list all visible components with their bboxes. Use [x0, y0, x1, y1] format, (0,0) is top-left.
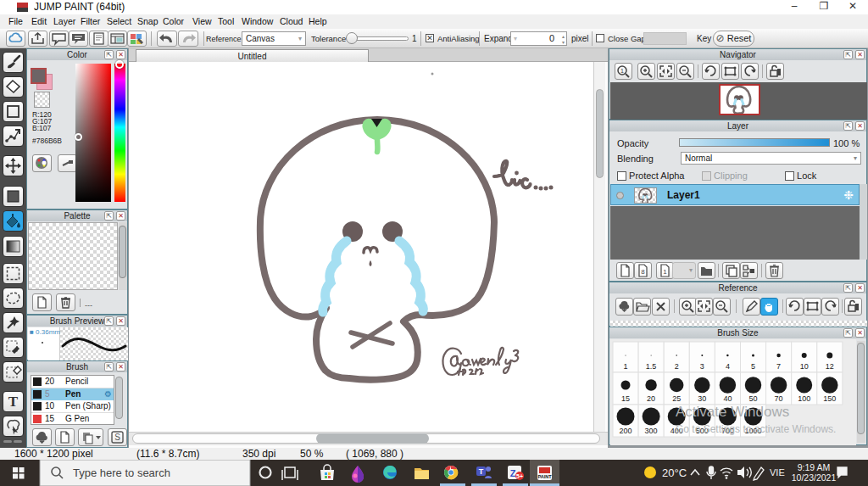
svg-text:VIE: VIE: [770, 467, 785, 478]
svg-text:5+: 5+: [516, 473, 523, 479]
svg-text:5: 5: [751, 362, 755, 371]
svg-text:9:19 AM: 9:19 AM: [798, 462, 831, 472]
svg-text:10: 10: [800, 362, 809, 371]
svg-text:3: 3: [700, 362, 704, 371]
svg-text:100: 100: [798, 394, 810, 403]
svg-text:10/23/2021: 10/23/2021: [792, 472, 837, 483]
svg-text:4: 4: [726, 362, 730, 371]
svg-text:40: 40: [723, 394, 732, 403]
svg-text:8: 8: [641, 268, 645, 276]
svg-text:Type here to search: Type here to search: [73, 466, 170, 479]
svg-text:20°C: 20°C: [662, 466, 687, 479]
svg-text:1: 1: [620, 68, 624, 74]
svg-text:20: 20: [647, 394, 655, 403]
svg-text:PAINT: PAINT: [537, 474, 552, 479]
svg-text:30: 30: [698, 394, 706, 403]
svg-text:S: S: [114, 433, 120, 442]
svg-text:300: 300: [645, 427, 658, 435]
svg-text:25: 25: [672, 394, 681, 403]
svg-text:2: 2: [675, 362, 679, 371]
svg-text:7: 7: [776, 362, 781, 371]
svg-text:50: 50: [748, 394, 757, 403]
svg-text:T: T: [479, 467, 484, 476]
svg-text:1: 1: [623, 362, 627, 371]
svg-text:T: T: [8, 394, 19, 410]
svg-text:1: 1: [663, 268, 667, 276]
svg-text:12: 12: [826, 362, 834, 371]
svg-text:200: 200: [619, 427, 632, 435]
svg-text:15: 15: [621, 394, 630, 403]
svg-text:1.5: 1.5: [646, 362, 657, 371]
svg-text:150: 150: [823, 394, 836, 403]
svg-text:Z: Z: [510, 468, 516, 478]
svg-text:70: 70: [775, 394, 783, 403]
